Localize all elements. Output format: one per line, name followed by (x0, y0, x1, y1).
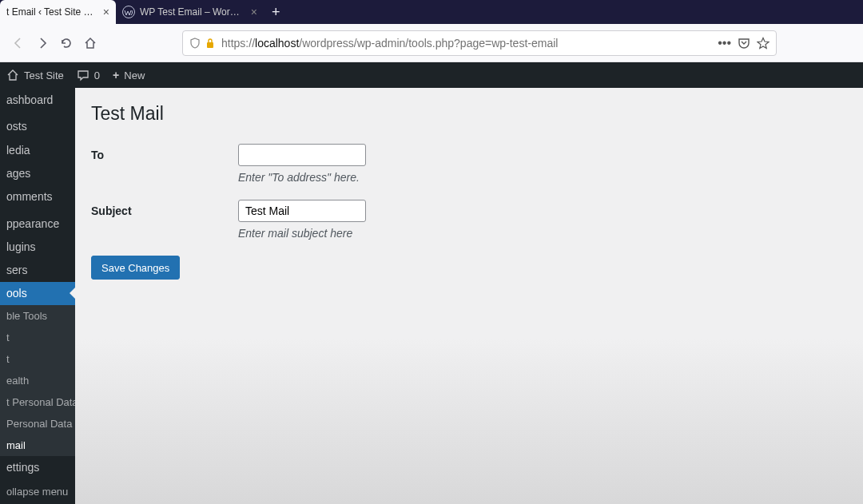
tab-close-icon[interactable]: × (103, 6, 109, 18)
to-label: To (91, 144, 238, 161)
pocket-icon[interactable] (738, 37, 750, 50)
subject-input[interactable] (238, 200, 366, 222)
browser-tab-active[interactable]: t Email ‹ Test Site — WordP × (0, 0, 116, 24)
browser-toolbar: https://localhost/wordpress/wp-admin/too… (0, 24, 863, 62)
lock-icon[interactable] (205, 38, 215, 49)
menu-appearance[interactable]: ppearance (0, 212, 75, 235)
new-label: New (124, 69, 145, 81)
svg-point-0 (123, 6, 135, 18)
submenu-available-tools[interactable]: ble Tools (0, 305, 75, 327)
menu-media[interactable]: ledia (0, 138, 75, 161)
svg-rect-1 (207, 42, 213, 48)
wp-content: Test Mail To Enter "To address" here. Su… (75, 88, 863, 504)
collapse-menu[interactable]: ollapse menu (0, 479, 75, 504)
save-changes-button[interactable]: Save Changes (91, 256, 180, 280)
admin-bar-site[interactable]: Test Site (0, 62, 70, 88)
browser-tab[interactable]: WP Test Email – WordPress plu × (116, 0, 264, 24)
form-row-to: To Enter "To address" here. (91, 144, 847, 184)
forward-button[interactable] (30, 31, 54, 55)
new-tab-button[interactable]: + (264, 0, 288, 24)
reload-button[interactable] (54, 31, 78, 55)
site-name: Test Site (24, 69, 64, 81)
submenu-site-health[interactable]: ealth (0, 370, 75, 391)
tab-close-icon[interactable]: × (251, 6, 257, 18)
menu-plugins[interactable]: lugins (0, 235, 75, 258)
admin-bar-new[interactable]: + New (106, 62, 151, 88)
wp-admin-menu: ashboard osts ledia ages omments ppearan… (0, 88, 75, 504)
menu-tools[interactable]: ools (0, 282, 75, 305)
wordpress-icon (122, 6, 135, 18)
submenu-import[interactable]: t (0, 327, 75, 348)
home-icon (6, 69, 19, 81)
tab-label: WP Test Email – WordPress plu (140, 6, 245, 18)
subject-help-text: Enter mail subject here (238, 227, 847, 240)
admin-bar-comments[interactable]: 0 (70, 62, 106, 88)
menu-dashboard[interactable]: ashboard (0, 88, 75, 111)
form-table: To Enter "To address" here. Subject Ente… (91, 144, 847, 280)
address-bar[interactable]: https://localhost/wordpress/wp-admin/too… (182, 30, 777, 56)
submenu-export-personal-data[interactable]: t Personal Data (0, 391, 75, 413)
page-title: Test Mail (91, 96, 847, 128)
star-icon[interactable] (757, 37, 770, 50)
browser-tab-strip: t Email ‹ Test Site — WordP × WP Test Em… (0, 0, 863, 24)
submenu-tools: ble Tools t t ealth t Personal Data Pers… (0, 305, 75, 456)
form-row-subject: Subject Enter mail subject here (91, 200, 847, 240)
plus-icon: + (113, 69, 119, 81)
submenu-erase-personal-data[interactable]: Personal Data (0, 413, 75, 435)
meatball-icon[interactable]: ••• (718, 36, 731, 50)
submenu-test-mail[interactable]: mail (0, 435, 75, 456)
home-button[interactable] (78, 31, 102, 55)
menu-users[interactable]: sers (0, 259, 75, 282)
menu-settings[interactable]: ettings (0, 456, 75, 479)
tab-label: t Email ‹ Test Site — WordP (6, 6, 97, 18)
menu-comments[interactable]: omments (0, 185, 75, 208)
wp-admin-bar: Test Site 0 + New (0, 62, 863, 88)
subject-label: Subject (91, 200, 238, 217)
menu-posts[interactable]: osts (0, 115, 75, 138)
menu-pages[interactable]: ages (0, 161, 75, 185)
comment-count: 0 (94, 69, 100, 81)
submenu-export[interactable]: t (0, 348, 75, 370)
to-help-text: Enter "To address" here. (238, 171, 847, 184)
back-button[interactable] (6, 31, 30, 55)
url-text: https://localhost/wordpress/wp-admin/too… (221, 37, 711, 50)
shield-icon[interactable] (189, 38, 201, 49)
to-input[interactable] (238, 144, 366, 166)
comment-icon (77, 69, 89, 81)
